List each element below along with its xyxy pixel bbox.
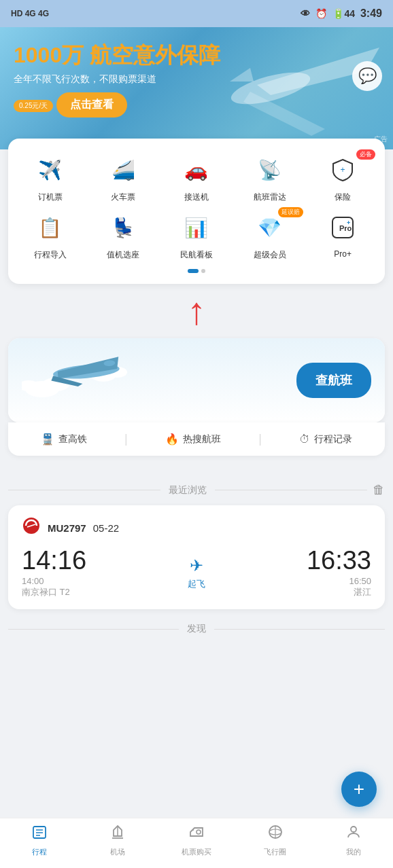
itinerary-nav-icon <box>31 824 48 840</box>
board-label: 民航看板 <box>180 249 213 261</box>
icon-item-transfer[interactable]: 🚗 接送机 <box>161 152 232 203</box>
nav-item-buy[interactable]: 机票购买 <box>157 824 236 857</box>
nav-buy-label: 机票购买 <box>182 847 211 857</box>
departure-time: 14:16 <box>22 547 188 573</box>
svg-text:+: + <box>347 219 350 226</box>
vip-label: 超级会员 <box>254 249 286 261</box>
train-icon: 🚄 <box>105 152 141 187</box>
svg-point-23 <box>351 827 356 832</box>
departure-block: 14:16 14:00 南京禄口 T2 <box>22 547 188 598</box>
battery-icon: 🔋44 <box>332 8 355 19</box>
airport-nav-icon <box>109 824 126 840</box>
quick-link-history[interactable]: ⏱ 行程记录 <box>299 433 352 446</box>
quick-link-train[interactable]: 🚆 查高铁 <box>41 433 87 446</box>
chat-button[interactable]: 💬 <box>352 61 382 91</box>
nav-profile-icon <box>345 824 362 844</box>
arrival-block: 16:33 16:50 湛江 <box>205 547 371 598</box>
status-left: HD 4G 4G <box>11 9 49 18</box>
flight-times-row: 14:16 14:00 南京禄口 T2 ✈ 起飞 16:33 16:50 湛江 <box>22 547 371 598</box>
flights-icon: ✈️ <box>33 152 68 187</box>
search-flight-button[interactable]: 查航班 <box>296 363 371 398</box>
pro-label: Pro+ <box>334 249 352 259</box>
nav-itinerary-label: 行程 <box>32 847 47 857</box>
discover-header: 发现 <box>8 623 385 635</box>
status-time: 3:49 <box>360 7 382 20</box>
flight-search-card: 查航班 <box>8 338 385 422</box>
train-quick-icon: 🚆 <box>41 433 54 446</box>
recent-section: 最近浏览 🗑 MU2797 05-22 14:16 14:00 南京禄口 T2 <box>8 483 385 609</box>
status-bar: HD 4G 4G 👁 ⏰ 🔋44 3:49 <box>0 0 393 27</box>
fab-button[interactable]: + <box>341 772 377 807</box>
banner-cta-button[interactable]: 点击查看 <box>56 92 127 117</box>
arrival-scheduled: 16:50 <box>205 576 371 586</box>
alarm-icon: ⏰ <box>315 8 327 19</box>
delete-icon[interactable]: 🗑 <box>373 483 385 497</box>
quick-link-train-label: 查高铁 <box>58 433 87 446</box>
flight-plane-icon: ✈ <box>190 556 203 575</box>
dot-2 <box>201 269 205 273</box>
spacer-1 <box>0 456 393 469</box>
seat-icon: 💺 <box>105 210 141 245</box>
seat-label: 值机选座 <box>107 249 139 261</box>
vip-badge: 延误赔 <box>278 207 303 217</box>
icon-item-seat[interactable]: 💺 值机选座 <box>88 210 159 261</box>
flight-number-row: MU2797 05-22 <box>22 516 371 539</box>
icon-item-board[interactable]: 📊 民航看板 <box>161 210 232 261</box>
nav-item-airport[interactable]: 机场 <box>79 824 158 857</box>
banner-title-text: 航空意外保障 <box>90 43 220 67</box>
profile-nav-icon <box>345 824 362 840</box>
flight-history-card[interactable]: MU2797 05-22 14:16 14:00 南京禄口 T2 ✈ 起飞 16… <box>8 505 385 609</box>
arrival-time: 16:33 <box>205 547 371 573</box>
recent-title: 最近浏览 <box>160 484 215 496</box>
radar-icon: 📡 <box>252 152 288 187</box>
train-label: 火车票 <box>111 192 135 203</box>
status-right: 👁 ⏰ 🔋44 3:49 <box>301 7 382 20</box>
banner-amount: 1000万 <box>14 43 84 67</box>
icon-item-flights[interactable]: ✈️ 订机票 <box>15 152 86 203</box>
eastern-airlines-icon <box>22 516 41 535</box>
flight-illustration <box>22 352 296 409</box>
shield-icon: + <box>330 158 355 182</box>
nav-item-itinerary[interactable]: 行程 <box>0 824 79 857</box>
icon-item-vip[interactable]: 延误赔 💎 超级会员 <box>235 210 305 261</box>
icon-item-insurance[interactable]: 必备 + 保险 <box>307 152 378 203</box>
section-line-right <box>215 490 367 490</box>
icon-item-train[interactable]: 🚄 火车票 <box>88 152 159 203</box>
nav-airport-icon <box>109 824 126 844</box>
icon-item-itinerary[interactable]: 📋 行程导入 <box>15 210 86 261</box>
dot-indicator <box>15 269 378 273</box>
itinerary-icon: 📋 <box>33 210 68 245</box>
transfer-icon: 🚗 <box>179 152 214 187</box>
bottom-nav: 行程 机场 机票购买 飞行圈 <box>0 818 393 868</box>
arrow-container: ↑ <box>0 289 393 330</box>
buy-ticket-nav-icon <box>188 824 205 840</box>
flying-circle-nav-icon <box>267 824 284 840</box>
dot-1 <box>188 269 199 273</box>
icon-grid: ✈️ 订机票 🚄 火车票 🚗 接送机 📡 航班雷达 必备 + 保险 <box>15 152 378 261</box>
recent-header: 最近浏览 🗑 <box>8 483 385 497</box>
nav-profile-label: 我的 <box>346 847 361 857</box>
hot-quick-icon: 🔥 <box>165 433 179 446</box>
chat-icon: 💬 <box>358 67 377 85</box>
airline-logo-icon <box>22 516 41 539</box>
radar-label: 航班雷达 <box>254 192 286 203</box>
nav-item-circle[interactable]: 飞行圈 <box>236 824 315 857</box>
banner-price: 0.25元/天 <box>14 100 53 112</box>
quick-link-history-label: 行程记录 <box>314 433 352 446</box>
icon-item-radar[interactable]: 📡 航班雷达 <box>235 152 305 203</box>
svg-point-19 <box>196 830 201 834</box>
status-network: HD 4G 4G <box>11 9 49 18</box>
discover-line-left <box>8 629 179 630</box>
nav-item-profile[interactable]: 我的 <box>314 824 393 857</box>
nav-circle-label: 飞行圈 <box>264 847 286 857</box>
flight-number: MU2797 <box>48 522 86 534</box>
icon-item-pro[interactable]: Pro + Pro+ <box>307 210 378 261</box>
flights-label: 订机票 <box>38 192 63 203</box>
discover-line-right <box>214 629 385 630</box>
quick-link-hot[interactable]: 🔥 热搜航班 <box>165 433 221 446</box>
flight-middle-block: ✈ 起飞 <box>188 556 205 590</box>
nav-circle-icon <box>267 824 284 844</box>
divider-1: | <box>124 432 128 446</box>
takeoff-status: 起飞 <box>188 578 205 590</box>
red-arrow-icon: ↑ <box>187 292 206 330</box>
